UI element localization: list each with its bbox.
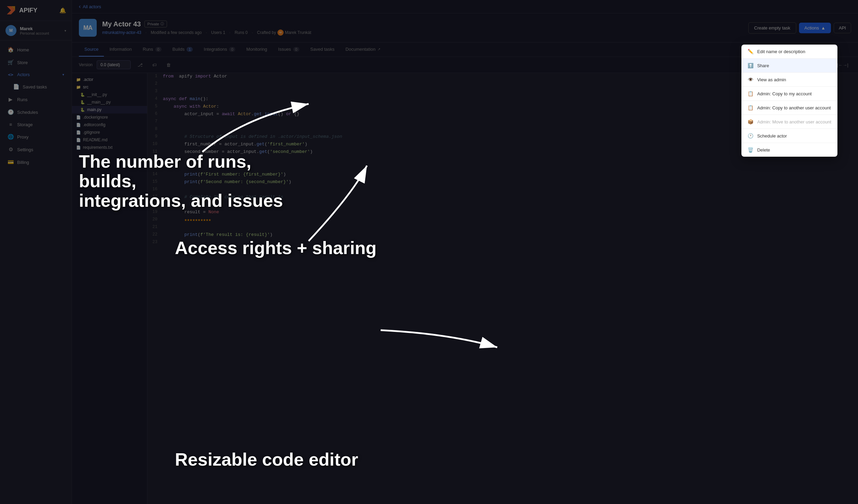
sidebar-item-home[interactable]: 🏠 Home (2, 44, 70, 56)
api-button[interactable]: API (834, 23, 851, 33)
actor-avatar: MA (79, 19, 97, 37)
sidebar-item-actors[interactable]: <> Actors ▾ (2, 69, 70, 80)
folder-icon: 📁 (76, 85, 81, 89)
content-area: 📁 .actor 📁 src 🐍 __init__.py 🐍 __main__.… (72, 73, 858, 504)
crafted-by-label: Crafted by (257, 30, 276, 35)
create-task-button[interactable]: Create empty task (748, 22, 796, 34)
sidebar-item-storage[interactable]: ≡ Storage (2, 119, 70, 130)
sidebar-item-billing[interactable]: 💳 Billing (2, 156, 70, 168)
dropdown-item-label: Admin: Move to another user account (757, 119, 831, 124)
tab-source[interactable]: Source (79, 43, 104, 57)
git-branch-icon[interactable]: ⎇ (135, 61, 145, 69)
actor-slug[interactable]: mtrunkat/my-actor-43 (102, 30, 141, 35)
tab-runs[interactable]: Runs 0 (137, 43, 167, 57)
actions-button[interactable]: Actions ▲ (799, 23, 831, 33)
sidebar-item-schedules[interactable]: 🕐 Schedules (2, 106, 70, 118)
python-file-icon: 🐍 (80, 100, 85, 105)
tab-issues[interactable]: Issues 0 (273, 43, 305, 57)
bell-icon[interactable]: 🔔 (59, 7, 66, 14)
copy-icon: 📋 (748, 105, 754, 110)
file-item-editorconfig[interactable]: 📄 .editorconfig (72, 121, 147, 129)
tab-saved-tasks[interactable]: Saved tasks (305, 43, 340, 57)
dropdown-item-view-admin[interactable]: 👁️ View as admin (741, 73, 837, 87)
actor-title: My Actor 43 (102, 20, 141, 28)
dropdown-item-delete[interactable]: 🗑️ Delete (741, 143, 837, 157)
folder-icon: 📁 (76, 77, 81, 82)
dropdown-item-label: Schedule actor (757, 133, 787, 139)
tab-information[interactable]: Information (104, 43, 137, 57)
code-line: 23 (147, 239, 858, 247)
user-menu[interactable]: M Marek Personal account ▾ (0, 21, 72, 40)
file-item-gitignore[interactable]: 📄 .gitignore (72, 129, 147, 136)
move-icon: 📦 (748, 119, 754, 124)
file-item-actor[interactable]: 📁 .actor (72, 76, 147, 83)
dropdown-item-share[interactable]: ⬆️ Share (741, 59, 837, 73)
actor-meta: mtrunkat/my-actor-43 · Modified a few se… (102, 29, 743, 36)
sidebar-item-proxy[interactable]: 🌐 Proxy (2, 131, 70, 143)
python-file-icon: 🐍 (80, 93, 85, 97)
sidebar-item-label: Runs (17, 97, 27, 102)
header-actions: Create empty task Actions ▲ API (748, 22, 851, 34)
sidebar-item-label: Schedules (17, 110, 38, 115)
tabs-bar: Source Information Runs 0 Builds 1 Integ… (72, 43, 858, 57)
code-line: 16 (147, 186, 858, 194)
sub-toolbar: Version 0.0 (latest) ⎇ 🏷 🗑 📄 📁 ⬆ ⌨ ⬇ 0% … (72, 57, 858, 73)
sidebar-item-label: Actors (17, 72, 30, 77)
file-icon: 📄 (76, 123, 81, 127)
app-name: APIFY (19, 7, 37, 14)
private-badge: Private ⓘ (144, 21, 167, 27)
file-icon: 📄 (76, 115, 81, 120)
dropdown-item-copy-other[interactable]: 📋 Admin: Copy to another user account (741, 101, 837, 115)
edit-icon: ✏️ (748, 49, 754, 54)
sidebar-item-settings[interactable]: ⚙ Settings (2, 143, 70, 156)
tab-integrations[interactable]: Integrations 0 (198, 43, 241, 57)
code-line: 13 (147, 164, 858, 171)
sidebar-item-label: Billing (17, 160, 29, 165)
actor-header: MA My Actor 43 Private ⓘ mtrunkat/my-act… (72, 13, 858, 43)
apify-logo-icon (5, 5, 16, 16)
file-item-requirements[interactable]: 📄 requirements.txt (72, 144, 147, 151)
tag-icon[interactable]: 🏷 (150, 61, 159, 69)
user-info: Marek Personal account (20, 26, 61, 35)
sidebar-item-label: Home (17, 47, 29, 52)
version-label: Version (79, 62, 93, 67)
sidebar-item-saved-tasks[interactable]: 📄 Saved tasks (2, 81, 70, 93)
file-item-readme[interactable]: 📄 README.md (72, 136, 147, 144)
external-link-icon: ↗ (378, 47, 380, 51)
file-item-dockerignore[interactable]: 📄 .dockerignore (72, 113, 147, 121)
file-item-main-py-2[interactable]: 🐍 __main__.py (72, 98, 147, 106)
storage-icon: ≡ (8, 122, 14, 127)
code-line: 15 print(f'Second number: {second_number… (147, 179, 858, 186)
tab-builds[interactable]: Builds 1 (167, 43, 199, 57)
python-file-icon: 🐍 (80, 108, 85, 112)
dropdown-item-label: Delete (757, 147, 770, 153)
file-item-init[interactable]: 🐍 __init__.py (72, 91, 147, 98)
tab-monitoring[interactable]: Monitoring (241, 43, 273, 57)
dropdown-item-edit-name[interactable]: ✏️ Edit name or description (741, 45, 837, 59)
dropdown-item-copy-account[interactable]: 📋 Admin: Copy to my account (741, 87, 837, 101)
main-content: ‹ All actors MA My Actor 43 Private ⓘ mt… (72, 0, 858, 504)
settings-icon: ⚙ (8, 146, 14, 153)
breadcrumb-link[interactable]: All actors (83, 4, 101, 9)
tab-documentation[interactable]: Documentation ↗ (340, 43, 386, 57)
sidebar-item-runs[interactable]: ▶ Runs (2, 93, 70, 106)
dropdown-item-schedule[interactable]: 🕐 Schedule actor (741, 129, 837, 143)
file-item-src[interactable]: 📁 src (72, 83, 147, 91)
modified-time: Modified a few seconds ago (151, 30, 202, 35)
version-select-wrapper: 0.0 (latest) (97, 60, 131, 69)
logo-bar: APIFY 🔔 (0, 0, 72, 21)
delete-version-icon[interactable]: 🗑 (164, 61, 174, 69)
sidebar-item-label: Saved tasks (23, 84, 47, 89)
user-avatar: M (5, 25, 16, 36)
view-icon: 👁️ (748, 77, 754, 82)
file-icon: 📄 (76, 145, 81, 150)
file-item-main-py[interactable]: 🐍 main.py (72, 106, 147, 113)
version-dropdown[interactable]: 0.0 (latest) (97, 60, 131, 69)
file-icon: 📄 (76, 130, 81, 135)
runs-icon: ▶ (8, 96, 14, 103)
actor-info: My Actor 43 Private ⓘ mtrunkat/my-actor-… (102, 20, 743, 36)
sidebar-item-label: Storage (17, 122, 33, 127)
sidebar-item-store[interactable]: 🛒 Store (2, 56, 70, 69)
proxy-icon: 🌐 (8, 134, 14, 140)
chevron-down-icon: ▾ (64, 29, 66, 33)
